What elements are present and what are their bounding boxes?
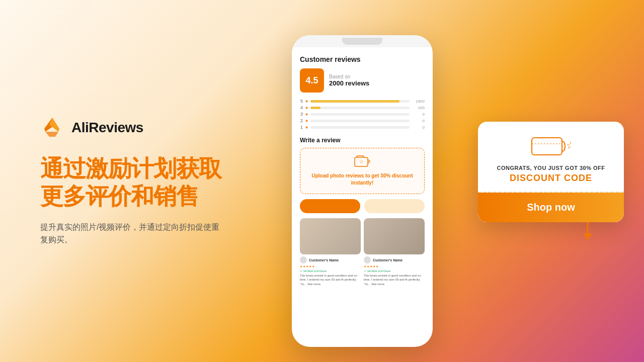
- photo-card-2: Customer's Name ★ ★ ★ ★ ★ ✓ Verified pur…: [364, 218, 425, 286]
- discount-icon-area: ☆: [488, 134, 614, 159]
- upload-text: Upload photo reviews to get 30% discount…: [305, 172, 419, 187]
- star-row-4: 4 ★ 200: [300, 105, 425, 110]
- rating-info: Based on 2000 reviews: [329, 74, 369, 87]
- based-on-label: Based on: [329, 74, 369, 79]
- star-icon: ★: [305, 112, 308, 117]
- congrats-text: CONGRATS, YOU JUST GOT 30% OFF: [488, 165, 614, 171]
- review-header: Customer reviews: [300, 55, 425, 63]
- star-row-5: 5 ★ 1800: [300, 99, 425, 104]
- reviewer-stars-1: ★ ★ ★ ★ ★: [300, 264, 361, 268]
- svg-rect-5: [532, 138, 562, 155]
- write-review-label: Write a review: [300, 137, 425, 144]
- discount-card: ☆ CONGRATS, YOU JUST GOT 30% OFF DISCOUN…: [478, 122, 624, 222]
- action-buttons: [300, 199, 425, 213]
- phone-mockup: Customer reviews 4.5 Based on 2000 revie…: [292, 35, 433, 347]
- phone-content: Customer reviews 4.5 Based on 2000 revie…: [292, 47, 433, 347]
- reviewer-name-1: Customer's Name: [309, 258, 339, 262]
- shop-now-button[interactable]: Shop now: [478, 193, 624, 222]
- svg-text:☆: ☆: [359, 159, 364, 164]
- center-section: Customer reviews 4.5 Based on 2000 revie…: [252, 15, 473, 347]
- phone-top-bar: [292, 35, 433, 47]
- svg-marker-9: [584, 233, 592, 240]
- reviewer-avatar-2: [364, 256, 371, 263]
- star-icon: ★: [305, 106, 308, 110]
- upload-photo-icon: ☆: [305, 155, 419, 170]
- ticket-icon: ☆: [531, 134, 571, 159]
- upload-box[interactable]: ☆ Upload photo reviews to get 30% discou…: [300, 148, 425, 194]
- review-text-2: The boots arrived in good condition and …: [364, 274, 425, 286]
- review-text-1: The boots arrived in good condition and …: [300, 274, 361, 286]
- reviewer-name-2: Customer's Name: [373, 258, 403, 262]
- review-photos: Customer's Name ★ ★ ★ ★ ★ ✓ Verified pur…: [300, 218, 425, 286]
- shoe-photo: [300, 218, 361, 254]
- arrow-down-icon: [582, 222, 594, 240]
- star-icon: ★: [305, 99, 308, 104]
- verified-badge-1: ✓ Verified purchase: [300, 269, 361, 273]
- right-section: ☆ CONGRATS, YOU JUST GOT 30% OFF DISCOUN…: [473, 107, 644, 255]
- primary-action-btn[interactable]: [300, 199, 360, 213]
- reviewer-info-2: Customer's Name: [364, 256, 425, 263]
- star-icon: ★: [305, 119, 308, 123]
- logo-area: AliReviews: [40, 116, 221, 140]
- star-bars: 5 ★ 1800 4 ★ 200 3 ★: [300, 99, 425, 130]
- rating-summary: 4.5 Based on 2000 reviews: [300, 68, 425, 93]
- secondary-action-btn[interactable]: [364, 199, 425, 213]
- star-row-1: 1 ★ 0: [300, 125, 425, 130]
- phone-notch: [342, 38, 382, 45]
- headline: 通过激励计划获取更多评价和销售: [40, 155, 221, 210]
- discount-top: ☆ CONGRATS, YOU JUST GOT 30% OFF DISCOUN…: [478, 122, 624, 193]
- left-section: AliReviews 通过激励计划获取更多评价和销售 提升真实的照片/视频评价，…: [0, 85, 252, 277]
- page: AliReviews 通过激励计划获取更多评价和销售 提升真实的照片/视频评价，…: [0, 0, 644, 362]
- reviewer-stars-2: ★ ★ ★ ★ ★: [364, 264, 425, 268]
- reviewer-info-1: Customer's Name: [300, 256, 361, 263]
- subtext: 提升真实的照片/视频评价，并通过定向折扣促使重复购买。: [40, 221, 221, 246]
- photo-card-1: Customer's Name ★ ★ ★ ★ ★ ✓ Verified pur…: [300, 218, 361, 286]
- ali-reviews-logo-icon: [40, 116, 64, 140]
- logo-text: AliReviews: [71, 120, 143, 136]
- leg-photo: [364, 218, 425, 254]
- svg-text:☆: ☆: [566, 140, 571, 151]
- verified-badge-2: ✓ Verified purchase: [364, 269, 425, 273]
- star-row-3: 3 ★ 0: [300, 112, 425, 117]
- star-icon: ★: [305, 125, 308, 130]
- reviewer-avatar-1: [300, 256, 307, 263]
- rating-badge: 4.5: [300, 68, 324, 93]
- discount-code-label: DISCOUNT CODE: [488, 173, 614, 184]
- star-row-2: 2 ★ 0: [300, 118, 425, 123]
- review-count: 2000 reviews: [329, 79, 369, 87]
- svg-marker-2: [45, 132, 58, 137]
